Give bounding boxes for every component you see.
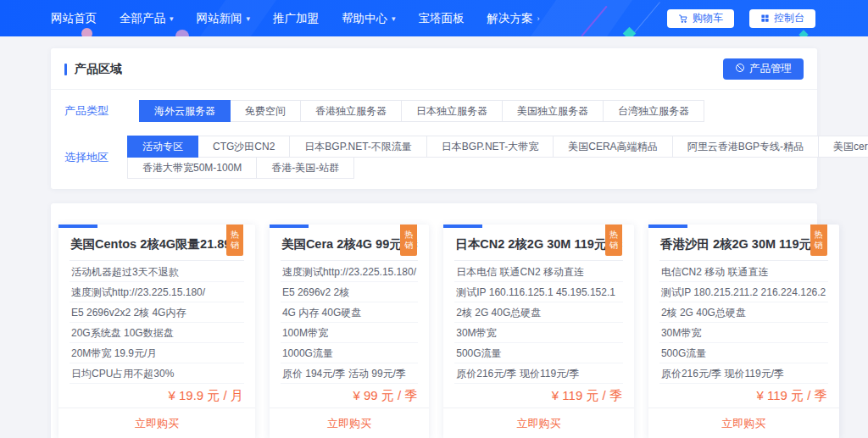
nav-item-2[interactable]: 网站新闻 ▾ bbox=[197, 11, 251, 26]
type-tab-5[interactable]: 台湾独立服务器 bbox=[603, 100, 704, 122]
spec-list: 电信CN2 移动 联通直连测试IP 180.215.211.2 216.224.… bbox=[659, 261, 828, 384]
nav-item-6[interactable]: 解决方案 › bbox=[487, 11, 540, 26]
card-footer: 立即购买 bbox=[648, 408, 839, 438]
spec-line: 100M带宽 bbox=[281, 323, 418, 343]
card-accent-bar bbox=[648, 225, 687, 228]
grid-icon bbox=[760, 14, 770, 23]
spec-line: 20M带宽 19.9元/月 bbox=[70, 343, 244, 363]
buy-now-button[interactable]: 立即购买 bbox=[721, 417, 765, 430]
spec-line: 电信CN2 移动 联通直连 bbox=[659, 262, 828, 282]
card-footer: 立即购买 bbox=[443, 408, 634, 438]
region-tab-5[interactable]: 阿里云香港BGP专线-精品 bbox=[672, 136, 819, 158]
region-tab-rows: 活动专区CTG沙田CN2日本BGP.NET-不限流量日本BGP.NET-大带宽美… bbox=[127, 136, 868, 179]
decor-circle bbox=[175, 30, 189, 36]
product-manage-button[interactable]: 产品管理 bbox=[723, 58, 804, 80]
product-card-2: 热销 日本CN2 2核2G 30M 119元/季 日本电信 联通CN2 移动直连… bbox=[443, 225, 634, 438]
nav-item-label: 推广加盟 bbox=[273, 11, 319, 26]
chevron-down-icon: ▾ bbox=[170, 14, 174, 23]
spec-line: 原价 194元/季 活动 99元/季 bbox=[281, 363, 418, 384]
spec-line: 速度测试http://23.225.15.180/ bbox=[70, 282, 244, 302]
hot-sale-badge: 热销 bbox=[810, 225, 827, 256]
cart-button-label: 购物车 bbox=[693, 11, 723, 25]
nav-item-label: 全部产品 bbox=[120, 11, 165, 26]
nav-item-0[interactable]: 网站首页 bbox=[51, 11, 97, 26]
nav-actions: 购物车 控制台 bbox=[667, 0, 815, 36]
spec-line: 1000G流量 bbox=[281, 343, 418, 363]
spec-line: 30M带宽 bbox=[659, 323, 828, 343]
region-tabs-row1: 活动专区CTG沙田CN2日本BGP.NET-不限流量日本BGP.NET-大带宽美… bbox=[127, 136, 868, 158]
nav-menu: 网站首页 全部产品 ▾ 网站新闻 ▾ 推广加盟 帮助中心 ▾ 宝塔面板 解决方案… bbox=[0, 11, 540, 26]
region-tab-1[interactable]: CTG沙田CN2 bbox=[198, 136, 290, 158]
type-tab-0[interactable]: 海外云服务器 bbox=[139, 100, 231, 122]
title-accent-bar bbox=[64, 64, 67, 75]
cards-container: 热销 美国Centos 2核4G限量21.89元 活动机器超过3天不退款速度测试… bbox=[58, 225, 810, 438]
chevron-down-icon: ▾ bbox=[247, 14, 251, 23]
type-tab-3[interactable]: 日本独立服务器 bbox=[401, 100, 503, 122]
spec-line: E5 2696v2x2 2核 4G内存 bbox=[70, 302, 244, 323]
nav-item-label: 宝塔面板 bbox=[419, 11, 465, 26]
hot-sale-badge: 热销 bbox=[400, 225, 417, 256]
spec-line: 日均CPU占用不超30% bbox=[70, 363, 244, 384]
spec-line: 测试IP 160.116.125.1 45.195.152.1 bbox=[454, 282, 623, 302]
region-tab-6[interactable]: 美国cera高配专区 bbox=[818, 136, 868, 158]
product-cards-panel: 热销 美国Centos 2核4G限量21.89元 活动机器超过3天不退款速度测试… bbox=[51, 203, 817, 438]
spec-line: 20G系统盘 10G数据盘 bbox=[70, 323, 244, 343]
spec-line: 活动机器超过3天不退款 bbox=[70, 262, 244, 282]
buy-now-button[interactable]: 立即购买 bbox=[327, 417, 371, 430]
nav-item-3[interactable]: 推广加盟 bbox=[273, 11, 319, 26]
card-accent-bar bbox=[58, 225, 97, 228]
region-tab-2[interactable]: 日本BGP.NET-不限流量 bbox=[289, 136, 426, 158]
chevron-down-icon: ▾ bbox=[392, 14, 396, 23]
product-type-tabs: 海外云服务器免费空间香港独立服务器日本独立服务器美国独立服务器台湾独立服务器 bbox=[139, 100, 704, 122]
product-card-0: 热销 美国Centos 2核4G限量21.89元 活动机器超过3天不退款速度测试… bbox=[58, 225, 255, 438]
buy-now-button[interactable]: 立即购买 bbox=[135, 417, 179, 430]
spec-line: 测试IP 180.215.211.2 216.224.126.2 bbox=[659, 282, 828, 302]
card-accent-bar bbox=[270, 225, 309, 228]
buy-now-button[interactable]: 立即购买 bbox=[517, 417, 561, 430]
panel-title: 产品区域 bbox=[75, 62, 122, 77]
nav-item-4[interactable]: 帮助中心 ▾ bbox=[342, 11, 396, 26]
console-button-label: 控制台 bbox=[774, 11, 804, 25]
card-price: ¥ 119 元 / 季 bbox=[443, 384, 634, 408]
decor-circle bbox=[81, 28, 92, 36]
region-tab-4[interactable]: 美国CERA高端精品 bbox=[553, 136, 672, 158]
type-tab-4[interactable]: 美国独立服务器 bbox=[502, 100, 604, 122]
nav-item-5[interactable]: 宝塔面板 bbox=[419, 11, 465, 26]
spec-line: 500G流量 bbox=[454, 343, 623, 363]
region-tabs-row2: 香港大带宽50M-100M香港-美国-站群 bbox=[127, 157, 868, 179]
spec-list: 速度测试http://23.225.15.180/E5 2696v2 2核4G … bbox=[281, 261, 418, 384]
spec-line: 4G 内存 40G硬盘 bbox=[281, 302, 418, 323]
cart-button[interactable]: 购物车 bbox=[667, 9, 734, 28]
region-tab2-1[interactable]: 香港-美国-站群 bbox=[256, 157, 354, 179]
console-button[interactable]: 控制台 bbox=[749, 9, 815, 28]
nav-item-label: 帮助中心 bbox=[342, 11, 387, 26]
spec-line: 30M带宽 bbox=[454, 323, 623, 343]
product-manage-label: 产品管理 bbox=[749, 62, 792, 76]
product-area-panel: 产品区域 产品管理 产品类型 海外云服务器免费空间香港独立服务器日本独立服务器美… bbox=[51, 48, 817, 189]
region-tab-0[interactable]: 活动专区 bbox=[127, 136, 198, 158]
spec-line: 2核 2G 40G总硬盘 bbox=[454, 302, 623, 323]
region-tab-3[interactable]: 日本BGP.NET-大带宽 bbox=[426, 136, 554, 158]
spec-line: 速度测试http://23.225.15.180/ bbox=[281, 262, 418, 282]
region-tab2-0[interactable]: 香港大带宽50M-100M bbox=[127, 157, 257, 179]
card-footer: 立即购买 bbox=[58, 408, 255, 438]
type-tab-2[interactable]: 香港独立服务器 bbox=[300, 100, 402, 122]
panel-header: 产品区域 产品管理 bbox=[51, 48, 817, 89]
product-type-label: 产品类型 bbox=[64, 103, 120, 119]
spec-line: 原价216元/季 现价119元/季 bbox=[454, 363, 623, 384]
type-tab-1[interactable]: 免费空间 bbox=[230, 100, 301, 122]
nav-item-label: 网站首页 bbox=[51, 11, 97, 26]
spec-list: 活动机器超过3天不退款速度测试http://23.225.15.180/E5 2… bbox=[70, 261, 244, 384]
spec-line: 日本电信 联通CN2 移动直连 bbox=[454, 262, 623, 282]
hot-sale-badge: 热销 bbox=[226, 225, 243, 256]
region-row: 选择地区 活动专区CTG沙田CN2日本BGP.NET-不限流量日本BGP.NET… bbox=[51, 127, 817, 189]
card-price: ¥ 99 元 / 季 bbox=[270, 384, 429, 408]
spec-line: E5 2696v2 2核 bbox=[281, 282, 418, 302]
decor-diamond bbox=[623, 27, 637, 36]
circle-slash-icon bbox=[735, 63, 745, 75]
nav-item-1[interactable]: 全部产品 ▾ bbox=[120, 11, 174, 26]
spec-line: 原价216元/季 现价119元/季 bbox=[659, 363, 828, 384]
panel-title-wrap: 产品区域 bbox=[64, 62, 122, 77]
card-price: ¥ 119 元 / 季 bbox=[648, 384, 839, 408]
card-accent-bar bbox=[443, 225, 482, 228]
